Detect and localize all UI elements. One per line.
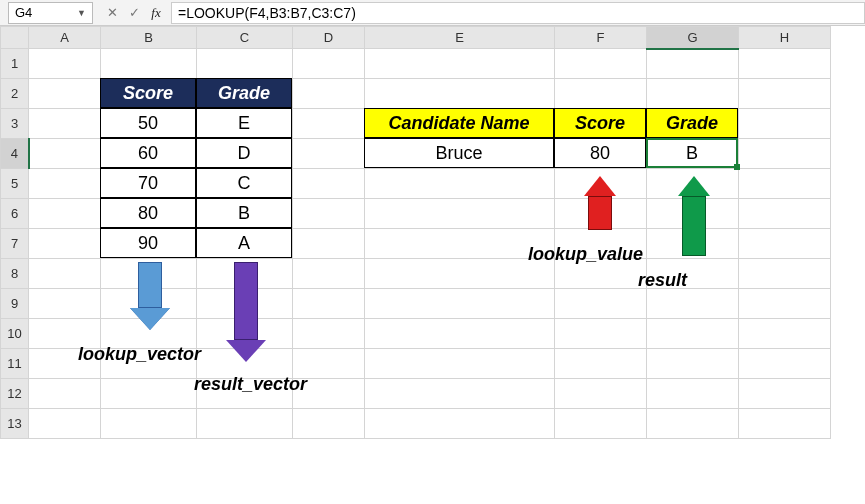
cell[interactable] xyxy=(365,169,555,199)
cell[interactable] xyxy=(29,229,101,259)
col-header-C[interactable]: C xyxy=(197,27,293,49)
cell[interactable] xyxy=(555,319,647,349)
cell[interactable] xyxy=(29,109,101,139)
cell[interactable] xyxy=(197,349,293,379)
cell[interactable] xyxy=(101,259,197,289)
cell[interactable] xyxy=(555,79,647,109)
cell[interactable] xyxy=(197,139,293,169)
name-box-dropdown-icon[interactable]: ▼ xyxy=(77,8,86,18)
cell[interactable] xyxy=(555,379,647,409)
cell[interactable] xyxy=(365,289,555,319)
cell[interactable] xyxy=(197,49,293,79)
cell[interactable] xyxy=(365,109,555,139)
col-header-F[interactable]: F xyxy=(555,27,647,49)
cell[interactable] xyxy=(29,319,101,349)
cell[interactable] xyxy=(29,349,101,379)
cell[interactable] xyxy=(293,229,365,259)
cell[interactable] xyxy=(197,319,293,349)
cell[interactable] xyxy=(101,349,197,379)
cell[interactable] xyxy=(101,139,197,169)
cell[interactable] xyxy=(293,109,365,139)
cell[interactable] xyxy=(739,49,831,79)
cell[interactable] xyxy=(739,229,831,259)
cell[interactable] xyxy=(293,289,365,319)
cell[interactable] xyxy=(293,199,365,229)
cell[interactable] xyxy=(647,139,739,169)
cell[interactable] xyxy=(365,199,555,229)
cell[interactable] xyxy=(101,319,197,349)
cell[interactable] xyxy=(647,79,739,109)
col-header-D[interactable]: D xyxy=(293,27,365,49)
row-header-2[interactable]: 2 xyxy=(1,79,29,109)
cell[interactable] xyxy=(365,349,555,379)
cell[interactable] xyxy=(197,259,293,289)
col-header-H[interactable]: H xyxy=(739,27,831,49)
row-header-1[interactable]: 1 xyxy=(1,49,29,79)
row-header-10[interactable]: 10 xyxy=(1,319,29,349)
cell[interactable] xyxy=(197,169,293,199)
cell[interactable] xyxy=(101,289,197,319)
cell[interactable] xyxy=(197,409,293,439)
cell[interactable] xyxy=(365,79,555,109)
row-header-5[interactable]: 5 xyxy=(1,169,29,199)
cell[interactable] xyxy=(555,259,647,289)
cell[interactable] xyxy=(101,229,197,259)
cell[interactable] xyxy=(555,289,647,319)
cell[interactable] xyxy=(739,109,831,139)
formula-input[interactable]: =LOOKUP(F4,B3:B7,C3:C7) xyxy=(171,2,865,24)
cell[interactable] xyxy=(101,199,197,229)
cell[interactable] xyxy=(647,319,739,349)
cell[interactable] xyxy=(365,379,555,409)
cell[interactable] xyxy=(29,409,101,439)
cell[interactable] xyxy=(101,379,197,409)
cell[interactable] xyxy=(29,79,101,109)
cell[interactable] xyxy=(101,109,197,139)
cell[interactable] xyxy=(739,349,831,379)
select-all-corner[interactable] xyxy=(1,27,29,49)
col-header-B[interactable]: B xyxy=(101,27,197,49)
cell[interactable] xyxy=(555,349,647,379)
cell[interactable] xyxy=(647,409,739,439)
cell[interactable] xyxy=(293,139,365,169)
cell[interactable] xyxy=(29,49,101,79)
row-header-9[interactable]: 9 xyxy=(1,289,29,319)
grid[interactable]: A B C D E F G H 1 2 3 4 5 6 7 8 9 10 11 … xyxy=(0,26,831,439)
cell[interactable] xyxy=(197,109,293,139)
cell[interactable] xyxy=(293,169,365,199)
cell[interactable] xyxy=(293,49,365,79)
cell[interactable] xyxy=(647,199,739,229)
cell[interactable] xyxy=(101,169,197,199)
row-header-6[interactable]: 6 xyxy=(1,199,29,229)
cell[interactable] xyxy=(739,379,831,409)
cell[interactable] xyxy=(555,169,647,199)
cell[interactable] xyxy=(647,169,739,199)
cell[interactable] xyxy=(555,229,647,259)
cell[interactable] xyxy=(365,319,555,349)
row-header-7[interactable]: 7 xyxy=(1,229,29,259)
cell[interactable] xyxy=(739,319,831,349)
cell[interactable] xyxy=(647,259,739,289)
cell[interactable] xyxy=(739,409,831,439)
cell[interactable] xyxy=(739,139,831,169)
cell[interactable] xyxy=(555,49,647,79)
cell[interactable] xyxy=(555,109,647,139)
cancel-icon[interactable]: ✕ xyxy=(105,5,119,20)
row-header-8[interactable]: 8 xyxy=(1,259,29,289)
cell[interactable] xyxy=(365,259,555,289)
cell[interactable] xyxy=(647,379,739,409)
cell[interactable] xyxy=(293,259,365,289)
cell[interactable] xyxy=(101,409,197,439)
col-header-G[interactable]: G xyxy=(647,27,739,49)
row-header-3[interactable]: 3 xyxy=(1,109,29,139)
cell[interactable] xyxy=(29,289,101,319)
col-header-E[interactable]: E xyxy=(365,27,555,49)
cell[interactable] xyxy=(293,319,365,349)
cell[interactable] xyxy=(197,79,293,109)
cell[interactable] xyxy=(29,169,101,199)
cell[interactable] xyxy=(739,259,831,289)
name-box[interactable]: G4 ▼ xyxy=(8,2,93,24)
col-header-A[interactable]: A xyxy=(29,27,101,49)
cell[interactable] xyxy=(555,199,647,229)
cell[interactable] xyxy=(293,79,365,109)
cell[interactable] xyxy=(365,229,555,259)
